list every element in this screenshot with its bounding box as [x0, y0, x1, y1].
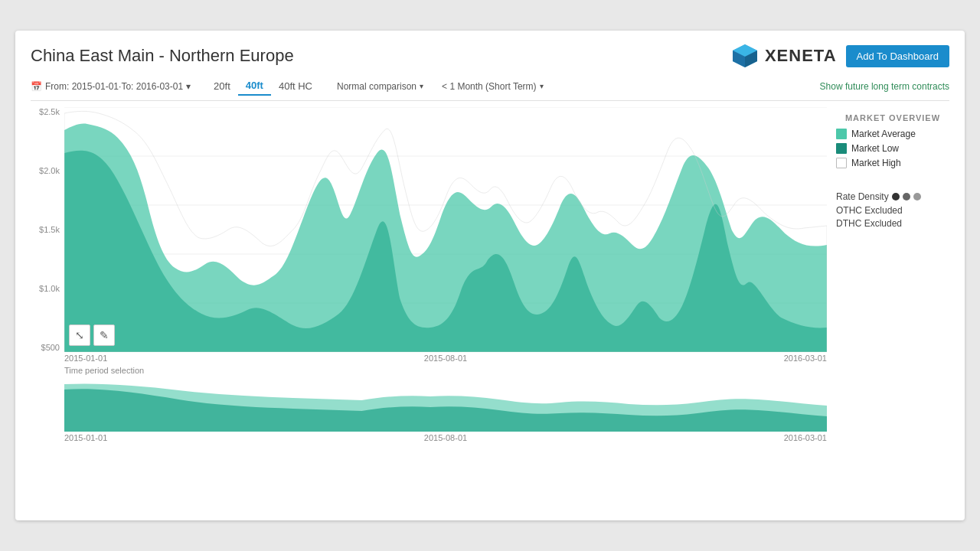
y-label-2500: $2.5k — [39, 107, 60, 116]
density-dot-1 — [892, 193, 900, 201]
y-label-1000: $1.0k — [39, 284, 60, 293]
y-label-1500: $1.5k — [39, 225, 60, 234]
main-chart-canvas — [64, 107, 827, 352]
legend-swatch-high — [836, 158, 847, 168]
tab-40ft[interactable]: 40ft — [238, 77, 271, 96]
toolbar: 📅 From: 2015-01-01·To: 2016-03-01 ▾ 20ft… — [31, 77, 949, 101]
legend-swatch-low — [836, 143, 847, 154]
x-label-mid: 2015-08-01 — [424, 354, 467, 363]
main-chart-with-yaxis: $2.5k $2.0k $1.5k $1.0k $500 — [31, 107, 827, 352]
mini-x-label-start: 2015-01-01 — [64, 433, 107, 442]
y-label-500: $500 — [41, 343, 60, 352]
dthc-excluded-label: DTHC Excluded — [836, 218, 949, 229]
legend-item-low: Market Low — [836, 143, 949, 154]
zoom-buttons: ⤡ ✎ — [69, 324, 115, 346]
draw-button[interactable]: ✎ — [93, 324, 115, 346]
main-chart-wrap: $2.5k $2.0k $1.5k $1.0k $500 — [31, 107, 827, 442]
header: China East Main - Northern Europe XENETA… — [31, 43, 949, 69]
legend-item-avg: Market Average — [836, 129, 949, 139]
tab-20ft[interactable]: 20ft — [206, 77, 238, 96]
calendar-icon: 📅 — [31, 81, 42, 92]
legend-panel: MARKET OVERVIEW Market Average Market Lo… — [827, 107, 949, 442]
rate-density-label: Rate Density — [836, 191, 889, 202]
x-axis-labels: 2015-01-01 2015-08-01 2016-03-01 — [31, 354, 827, 363]
term-dropdown[interactable]: < 1 Month (Short Term) — [437, 79, 548, 94]
comparison-dropdown[interactable]: Normal comparison — [332, 79, 428, 94]
xeneta-logo: XENETA — [730, 43, 837, 69]
legend-label-low: Market Low — [851, 143, 899, 154]
container-size-tabs: 20ft 40ft 40ft HC — [206, 77, 320, 96]
add-dashboard-button[interactable]: Add To Dashboard — [846, 45, 949, 67]
y-label-2000: $2.0k — [39, 166, 60, 175]
show-future-contracts-link[interactable]: Show future long term contracts — [820, 81, 949, 92]
mini-chart-canvas — [64, 378, 827, 432]
legend-label-high: Market High — [851, 158, 901, 168]
zoom-out-button[interactable]: ⤡ — [69, 324, 90, 346]
page-title: China East Main - Northern Europe — [31, 46, 294, 66]
x-label-end: 2016-03-01 — [784, 354, 827, 363]
tab-40ft-hc[interactable]: 40ft HC — [271, 77, 320, 96]
mini-x-label-mid: 2015-08-01 — [424, 433, 467, 442]
time-period-label: Time period selection — [31, 366, 827, 375]
mini-chart-wrap — [31, 378, 827, 432]
legend-item-high: Market High — [836, 158, 949, 168]
main-card: China East Main - Northern Europe XENETA… — [15, 31, 965, 520]
density-dot-3 — [913, 193, 921, 201]
othc-excluded-label: OTHC Excluded — [836, 205, 949, 216]
xeneta-logo-icon — [730, 43, 760, 69]
density-dot-2 — [903, 193, 910, 201]
legend-swatch-avg — [836, 129, 847, 139]
mini-chart-yaxis — [31, 378, 64, 432]
date-range-picker[interactable]: 📅 From: 2015-01-01·To: 2016-03-01 ▾ — [31, 81, 191, 92]
y-axis: $2.5k $2.0k $1.5k $1.0k $500 — [31, 107, 64, 352]
legend-label-avg: Market Average — [851, 129, 916, 139]
x-label-start: 2015-01-01 — [64, 354, 107, 363]
mini-x-axis-labels: 2015-01-01 2015-08-01 2016-03-01 — [31, 433, 827, 442]
header-right: XENETA Add To Dashboard — [730, 43, 949, 69]
mini-x-label-end: 2016-03-01 — [784, 433, 827, 442]
xeneta-logo-text: XENETA — [765, 46, 837, 66]
legend-title: MARKET OVERVIEW — [836, 113, 949, 122]
chart-area: $2.5k $2.0k $1.5k $1.0k $500 — [31, 107, 949, 442]
mini-chart-svg — [64, 378, 827, 432]
rate-density-row: Rate Density — [836, 191, 949, 202]
rate-density-section: Rate Density OTHC Excluded DTHC Excluded — [836, 191, 949, 229]
main-chart-svg: ⤡ ✎ — [64, 107, 827, 352]
